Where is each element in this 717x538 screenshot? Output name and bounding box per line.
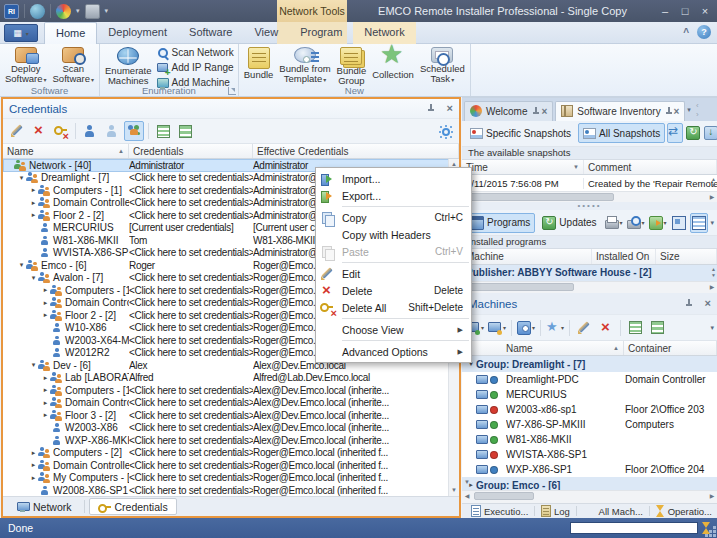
ribbon-button-deploy-software[interactable]: DeploySoftware▾ bbox=[2, 45, 50, 86]
style-dropdown-caret[interactable]: ▾ bbox=[76, 7, 80, 15]
credentials-cell[interactable]: <Click here to set credentials> bbox=[129, 410, 253, 421]
users-group-button[interactable] bbox=[124, 121, 144, 141]
ribbon-button-scan-software[interactable]: ScanSoftware▾ bbox=[50, 45, 98, 86]
ribbon-button-bundle-from-template[interactable]: Bundle fromTemplate▾ bbox=[276, 45, 333, 86]
menu-item-delete-all[interactable]: Delete AllShift+Delete bbox=[316, 299, 471, 316]
credentials-tree-row[interactable]: W2003-X86<Click here to set credentials>… bbox=[3, 422, 459, 435]
view-list-button[interactable] bbox=[175, 121, 195, 141]
tab-software[interactable]: Software bbox=[178, 22, 243, 44]
column-header-credentials[interactable]: Credentials bbox=[129, 144, 253, 158]
horizontal-scrollbar[interactable]: ◀ ▶ bbox=[462, 490, 717, 503]
column-header-name[interactable]: Name▲ bbox=[462, 341, 624, 355]
credentials-tree-row[interactable]: WXP-X86-MKII<Click here to set credentia… bbox=[3, 434, 459, 447]
scrollbar-thumb[interactable] bbox=[464, 283, 574, 291]
credentials-cell[interactable]: <Click here to set credentials> bbox=[129, 347, 253, 358]
credentials-cell[interactable]: Alfred bbox=[129, 372, 253, 383]
menu-item-edit[interactable]: Edit bbox=[316, 265, 471, 282]
style-palette-icon[interactable] bbox=[56, 4, 71, 19]
specific-snapshots-button[interactable]: Specific Snapshots bbox=[465, 123, 576, 143]
toolbar-overflow-chevron[interactable]: ▾ bbox=[710, 324, 714, 332]
machine-actions-button[interactable]: ▾ bbox=[487, 318, 507, 338]
tab-deployment[interactable]: Deployment bbox=[97, 22, 178, 44]
close-icon[interactable]: × bbox=[674, 107, 680, 116]
pin-icon[interactable] bbox=[427, 104, 435, 113]
scroll-down-icon[interactable]: ▼ bbox=[449, 485, 459, 496]
export-snapshot-button[interactable] bbox=[703, 123, 717, 143]
credentials-cell[interactable]: <Click here to set credentials> bbox=[129, 297, 253, 308]
column-header-container[interactable]: Container bbox=[624, 341, 717, 355]
pin-icon[interactable] bbox=[532, 107, 538, 116]
credentials-cell[interactable]: [Current user credentials] bbox=[129, 222, 253, 233]
ribbon-button-bundle-group[interactable]: BundleGroup bbox=[334, 45, 370, 86]
close-icon[interactable]: × bbox=[541, 107, 547, 116]
tab-view[interactable]: View bbox=[243, 22, 289, 44]
tab-home[interactable]: Home bbox=[44, 22, 97, 44]
minimize-button[interactable]: – bbox=[655, 2, 675, 20]
horizontal-scrollbar[interactable]: ▶ bbox=[462, 191, 717, 202]
favorites-button[interactable]: ▾ bbox=[545, 318, 565, 338]
column-header-comment[interactable]: Comment bbox=[584, 160, 717, 175]
credentials-tree-row[interactable]: ▸Lab [LABORATO...AlfredAlfred@Lab.Dev.Em… bbox=[3, 372, 459, 385]
credentials-cell[interactable]: <Click here to set credentials> bbox=[129, 435, 253, 446]
updates-button[interactable]: Updates bbox=[537, 213, 601, 233]
tab-list-caret-icon[interactable]: ▾ bbox=[687, 106, 691, 114]
credentials-tree-row[interactable]: ▸Domain Controllers ...<Click here to se… bbox=[3, 459, 459, 472]
credentials-cell[interactable]: <Click here to set credentials> bbox=[129, 285, 253, 296]
scroll-right-icon[interactable]: ▶ bbox=[707, 282, 717, 293]
settings-button[interactable] bbox=[435, 121, 455, 141]
menu-item-import[interactable]: Import... bbox=[316, 170, 471, 187]
scroll-left-icon[interactable]: ◀ bbox=[462, 491, 472, 502]
credentials-cell[interactable]: Administrator bbox=[129, 160, 253, 171]
tab-executio[interactable]: Executio... bbox=[466, 504, 533, 518]
toolbar-overflow-chevron[interactable]: ▾ bbox=[710, 219, 714, 227]
expand-groups-button[interactable] bbox=[690, 213, 708, 233]
ribbon-button-add-ip-range[interactable]: Add IP Range bbox=[155, 61, 236, 74]
export-report-button[interactable]: ▾ bbox=[648, 213, 668, 233]
credentials-tree-row[interactable]: ▸Computers - [2]<Click here to set crede… bbox=[3, 447, 459, 460]
edit-button[interactable] bbox=[574, 318, 594, 338]
credentials-cell[interactable]: <Click here to set credentials> bbox=[129, 485, 253, 496]
dialog-launcher-icon[interactable] bbox=[228, 87, 236, 95]
column-header-size[interactable]: Size bbox=[656, 249, 717, 264]
tab-network[interactable]: Network bbox=[9, 498, 80, 515]
credentials-cell[interactable]: <Click here to set credentials> bbox=[129, 335, 253, 346]
user-alt-button[interactable] bbox=[102, 121, 122, 141]
column-header-name[interactable]: Name▲ bbox=[3, 144, 129, 158]
snapshot-button[interactable]: ▾ bbox=[516, 318, 536, 338]
scrollbar-thumb[interactable] bbox=[464, 193, 614, 201]
remote-connection-icon[interactable] bbox=[30, 4, 45, 19]
ribbon-button-bundle[interactable]: Bundle bbox=[241, 45, 277, 86]
credentials-cell[interactable]: <Click here to set credentials> bbox=[129, 447, 253, 458]
menu-item-paste[interactable]: PasteCtrl+V bbox=[316, 243, 471, 260]
resize-grip[interactable] bbox=[713, 534, 716, 537]
view-list-button[interactable] bbox=[647, 318, 667, 338]
column-header-effective-credentials[interactable]: Effective Credentials bbox=[253, 144, 459, 158]
menu-item-export[interactable]: Export... bbox=[316, 187, 471, 204]
publisher-group-row[interactable]: Publisher: ABBYY Software House - [2] ▲▼ bbox=[462, 265, 717, 281]
qat-customize-caret[interactable]: ▾ bbox=[105, 7, 109, 15]
row-scroll-arrows[interactable]: ▲▼ bbox=[711, 266, 716, 278]
column-header-machine[interactable]: Machine bbox=[462, 249, 592, 264]
view-cards-button[interactable] bbox=[153, 121, 173, 141]
view-cards-button[interactable] bbox=[625, 318, 645, 338]
delete-credentials-button[interactable] bbox=[51, 121, 71, 141]
credentials-cell[interactable]: <Click here to set credentials> bbox=[129, 472, 253, 483]
machine-group-row[interactable]: ▾Group: Dreamlight - [7] bbox=[462, 356, 717, 372]
compare-button[interactable] bbox=[667, 123, 683, 143]
ribbon-button-scan-network[interactable]: Scan Network bbox=[155, 46, 236, 59]
machine-row[interactable]: W7-X86-SP-MKIIIComputers bbox=[462, 417, 717, 432]
close-button[interactable]: × bbox=[695, 2, 715, 20]
credentials-cell[interactable]: <Click here to set credentials> bbox=[129, 185, 253, 196]
ribbon-button-scheduled-task[interactable]: ScheduledTask▾ bbox=[417, 45, 468, 86]
credentials-cell[interactable]: <Click here to set credentials> bbox=[129, 272, 253, 283]
credentials-tree-row[interactable]: ▸Domain Controll...<Click here to set cr… bbox=[3, 397, 459, 410]
machine-row[interactable]: WVISTA-X86-SP1 bbox=[462, 447, 717, 462]
credentials-cell[interactable]: Roger bbox=[129, 260, 253, 271]
delete-button[interactable] bbox=[29, 121, 49, 141]
screen-capture-icon[interactable] bbox=[85, 4, 100, 19]
credentials-tree-row[interactable]: W2008-X86-SP1<Click here to set credenti… bbox=[3, 484, 459, 496]
menu-item-copy-with-headers[interactable]: Copy with Headers bbox=[316, 226, 471, 243]
user-button[interactable] bbox=[80, 121, 100, 141]
menu-item-copy[interactable]: CopyCtrl+C bbox=[316, 209, 471, 226]
maximize-button[interactable]: □ bbox=[675, 2, 695, 20]
